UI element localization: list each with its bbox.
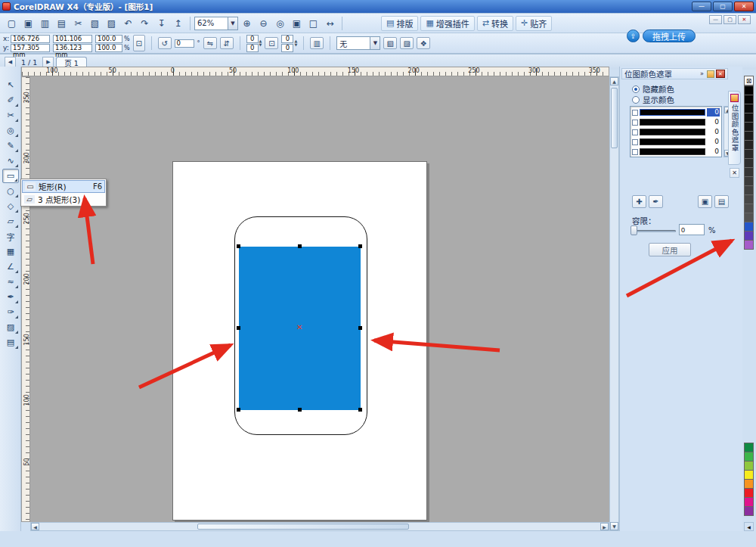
mask-color-row[interactable]: 0: [631, 147, 720, 157]
vertical-ruler[interactable]: 35030025020015010050: [21, 76, 30, 522]
vertical-scrollbar[interactable]: ▲ ▼: [609, 76, 619, 531]
mask-color-row[interactable]: 0: [631, 107, 720, 117]
text-tool[interactable]: 字: [2, 229, 19, 244]
table-tool[interactable]: ▦: [2, 244, 19, 259]
to-front-button[interactable]: ▧: [383, 37, 397, 49]
corner-radius-field[interactable]: 0: [246, 35, 259, 43]
dimension-tool[interactable]: ∠: [2, 260, 19, 274]
zoom-in-icon[interactable]: ⊕: [239, 16, 255, 31]
copy-icon[interactable]: ▧: [87, 16, 103, 31]
print-icon[interactable]: ▤: [54, 16, 70, 31]
rectangle-tool[interactable]: ▭: [2, 169, 19, 183]
new-document-icon[interactable]: ▢: [4, 16, 20, 31]
mask-color-row[interactable]: 0: [631, 137, 720, 147]
convert-curves-button[interactable]: ❖: [417, 37, 430, 49]
import-icon[interactable]: ↧: [153, 16, 169, 31]
selection-handle[interactable]: [237, 244, 240, 248]
mask-row-checkbox[interactable]: [632, 129, 638, 135]
no-color-swatch[interactable]: ⊠: [744, 76, 754, 85]
corner-lock-button[interactable]: ⊡: [265, 37, 278, 49]
mask-row-checkbox[interactable]: [632, 149, 638, 155]
mirror-vertical-button[interactable]: ⇵: [220, 37, 234, 49]
zoom-actual-icon[interactable]: ◎: [272, 16, 288, 31]
lock-ratio-button[interactable]: ⊡: [133, 35, 145, 51]
open-mask-icon[interactable]: ▤: [714, 195, 729, 208]
interactive-fill-tool[interactable]: ▤: [2, 335, 19, 350]
selection-handle[interactable]: [298, 244, 302, 248]
docker-chevron-icon[interactable]: »: [697, 70, 707, 78]
mirror-horizontal-button[interactable]: ⇋: [203, 37, 217, 49]
spinner-icon[interactable]: ▲▼: [259, 39, 262, 47]
doc-minimize-button[interactable]: —: [709, 15, 722, 24]
radio-selected-icon[interactable]: [632, 85, 640, 93]
previous-page-button[interactable]: ◀: [5, 57, 16, 67]
zoom-level-combo[interactable]: 62% ▼: [194, 17, 238, 30]
outline-width-combo[interactable]: 无 ▼: [336, 36, 380, 50]
x-position-field[interactable]: 106.726 mm: [11, 35, 50, 43]
show-colors-radio[interactable]: 显示颜色: [632, 94, 674, 105]
selection-handle[interactable]: [358, 408, 362, 412]
apply-button[interactable]: 应用: [649, 243, 691, 256]
docker-dock-icon[interactable]: [707, 70, 714, 78]
flyout-item-rectangle[interactable]: ▭ 矩形(R) F6: [22, 180, 105, 193]
palette-color-swatch[interactable]: [744, 506, 754, 516]
y-position-field[interactable]: 157.305 mm: [11, 44, 50, 52]
selection-handle[interactable]: [358, 326, 362, 330]
horizontal-scrollbar[interactable]: ◀ ▶: [30, 522, 609, 531]
drag-upload-button[interactable]: 拖拽上传: [643, 30, 696, 42]
rotation-angle-field[interactable]: 0: [175, 39, 194, 48]
tolerance-slider[interactable]: [632, 230, 676, 232]
toolbar-group-button[interactable]: ▤ 排版: [381, 16, 418, 31]
export-icon[interactable]: ↥: [170, 16, 186, 31]
save-icon[interactable]: ▥: [37, 16, 53, 31]
docker-tab[interactable]: 位图颜色遮罩: [728, 91, 741, 165]
smart-drawing-tool[interactable]: ∿: [2, 154, 19, 168]
tolerance-input[interactable]: [679, 224, 705, 235]
radio-icon[interactable]: [632, 96, 640, 104]
chevron-down-icon[interactable]: ▼: [370, 37, 380, 49]
blend-tool[interactable]: ≈: [2, 275, 19, 289]
horizontal-ruler[interactable]: 10050050100150200250300350: [21, 67, 609, 76]
toolbar-group-button[interactable]: ✛ 贴齐: [516, 16, 552, 31]
magic-wand-icon[interactable]: ✚: [632, 195, 646, 208]
undo-icon[interactable]: ↶: [120, 16, 136, 31]
toolbar-group-button[interactable]: ⇄ 转换: [477, 16, 513, 31]
zoom-selection-icon[interactable]: ▣: [289, 16, 305, 31]
palette-color-swatch[interactable]: [744, 240, 754, 250]
to-back-button[interactable]: ▨: [400, 37, 414, 49]
mask-row-checkbox[interactable]: [632, 120, 638, 126]
selection-handle[interactable]: [237, 408, 240, 412]
mask-color-row[interactable]: 0: [631, 127, 720, 137]
upload-logo-icon[interactable]: ⇪: [627, 30, 640, 42]
hide-colors-radio[interactable]: 隐藏颜色: [632, 83, 674, 95]
zoom-tool[interactable]: ◎: [2, 123, 19, 138]
selection-handle[interactable]: [358, 244, 362, 248]
doc-restore-button[interactable]: ▢: [723, 15, 736, 24]
scroll-up-icon[interactable]: ▲: [610, 77, 618, 85]
drawing-canvas[interactable]: ✕: [30, 76, 609, 522]
selection-handle[interactable]: [237, 326, 240, 330]
doc-close-button[interactable]: ✕: [738, 15, 751, 24]
scale-y-field[interactable]: 100.0: [95, 44, 122, 52]
minimize-button[interactable]: —: [692, 2, 711, 11]
scale-x-field[interactable]: 100.0: [95, 35, 122, 43]
cut-icon[interactable]: ✂: [70, 16, 86, 31]
height-field[interactable]: 136.123 mm: [53, 44, 92, 52]
save-mask-icon[interactable]: ▣: [698, 195, 712, 208]
selection-handle[interactable]: [298, 408, 302, 412]
scroll-down-icon[interactable]: ▼: [610, 522, 618, 530]
mask-row-checkbox[interactable]: [632, 139, 638, 145]
basic-shapes-tool[interactable]: ▱: [2, 214, 19, 228]
toolbar-group-button[interactable]: ▦ 增强插件: [420, 16, 474, 31]
eyedropper-icon[interactable]: ✒: [649, 195, 663, 208]
open-icon[interactable]: ▣: [20, 16, 36, 31]
horizontal-scroll-thumb[interactable]: [197, 524, 409, 530]
flyout-item-3point-rectangle[interactable]: ▱ 3 点矩形(3): [22, 193, 105, 205]
spinner-icon[interactable]: ▲▼: [294, 39, 297, 47]
paste-icon[interactable]: ▨: [104, 16, 119, 31]
mask-row-checkbox[interactable]: [632, 110, 638, 116]
scroll-left-icon[interactable]: ◀: [31, 523, 39, 530]
tolerance-slider-handle[interactable]: [631, 225, 637, 235]
zoom-out-icon[interactable]: ⊖: [256, 16, 271, 31]
zoom-page-icon[interactable]: □: [305, 16, 321, 31]
